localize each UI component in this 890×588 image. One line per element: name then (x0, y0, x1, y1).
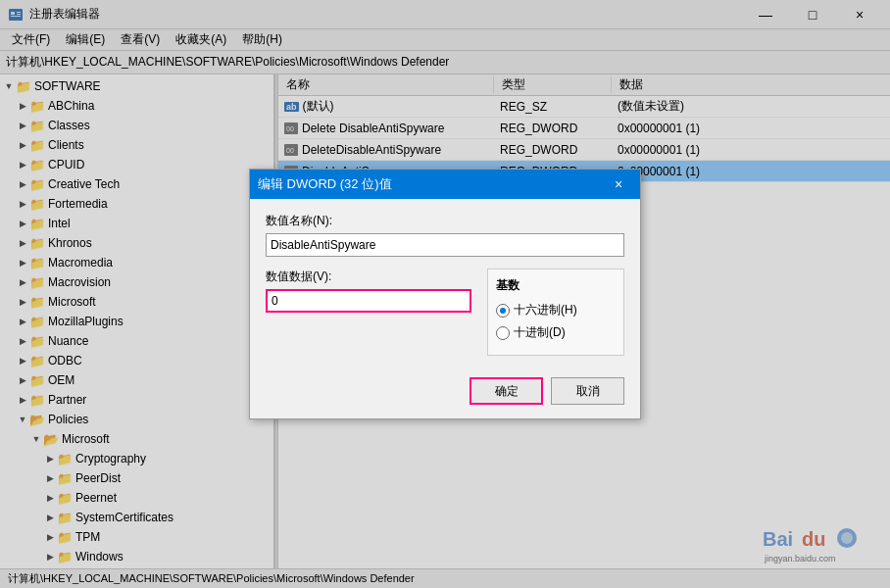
radio-dec-circle[interactable] (496, 326, 510, 340)
dialog-value-section: 数值数据(V): (266, 269, 471, 313)
radio-hex-label: 十六进制(H) (514, 302, 577, 318)
dialog-body: 数值名称(N): 数值数据(V): 基数 十六进制(H) 十进制(D) (250, 199, 640, 369)
radio-hex[interactable]: 十六进制(H) (496, 302, 616, 318)
dialog-row: 数值数据(V): 基数 十六进制(H) 十进制(D) (266, 269, 624, 356)
dialog-base-section: 基数 十六进制(H) 十进制(D) (487, 269, 624, 356)
dialog-data-label: 数值数据(V): (266, 269, 471, 285)
dialog-name-input[interactable] (266, 233, 624, 257)
dialog-title-text: 编辑 DWORD (32 位)值 (258, 175, 392, 193)
radio-dec-label: 十进制(D) (514, 324, 566, 341)
dialog-footer: 确定 取消 (250, 369, 640, 418)
dialog-ok-button[interactable]: 确定 (470, 377, 543, 405)
radio-hex-circle[interactable] (496, 304, 510, 318)
dialog-data-input[interactable] (266, 289, 471, 313)
dialog: 编辑 DWORD (32 位)值 × 数值名称(N): 数值数据(V): 基数 … (249, 169, 641, 419)
dialog-name-label: 数值名称(N): (266, 213, 624, 229)
dialog-cancel-button[interactable]: 取消 (551, 377, 624, 405)
radio-dec[interactable]: 十进制(D) (496, 324, 616, 341)
dialog-base-title: 基数 (496, 277, 616, 294)
modal-overlay: 编辑 DWORD (32 位)值 × 数值名称(N): 数值数据(V): 基数 … (0, 0, 890, 588)
dialog-close-button[interactable]: × (605, 172, 632, 197)
dialog-title-bar: 编辑 DWORD (32 位)值 × (250, 170, 640, 199)
